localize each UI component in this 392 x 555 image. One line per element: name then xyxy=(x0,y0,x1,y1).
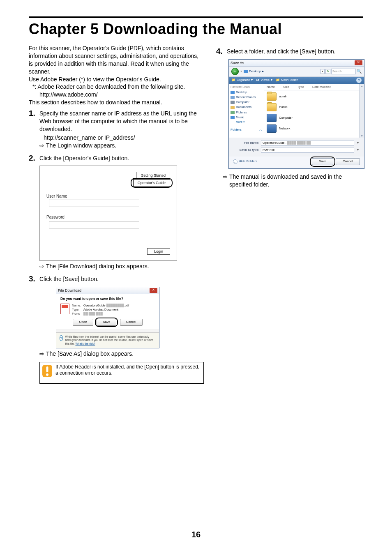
save-button[interactable]: Save xyxy=(312,158,333,165)
adobe-note: *: Adobe Reader can be downloaded from t… xyxy=(29,83,204,91)
sidebar-item-recent[interactable]: Recent Places xyxy=(231,95,262,100)
sidebar-item-documents[interactable]: Documents xyxy=(231,105,262,110)
security-warning-text: While files from the Internet can be use… xyxy=(65,335,156,345)
list-item[interactable]: admin xyxy=(267,91,362,102)
step-number: 3. xyxy=(29,274,37,283)
chevron-down-icon[interactable]: ▾ xyxy=(356,141,360,145)
list-item[interactable]: Computer xyxy=(267,113,362,123)
step-text: Specify the scanner name or IP address a… xyxy=(39,109,204,133)
file-download-dialog: File Download ✕ Do you want to open or s… xyxy=(56,287,159,348)
breadcrumb[interactable]: Desktop ▸ xyxy=(244,69,264,74)
username-input[interactable] xyxy=(49,200,139,207)
operators-guide-button[interactable]: Operator's Guide xyxy=(133,179,170,187)
network-icon xyxy=(267,124,277,133)
new-folder-button[interactable]: 📁 New Folder xyxy=(276,78,298,83)
chevron-up-icon: ︿ xyxy=(233,159,238,164)
step-4-result: ⇨ The manual is downloaded and saved in … xyxy=(216,173,364,189)
step-number: 2. xyxy=(29,154,37,163)
close-icon[interactable]: ✕ xyxy=(150,288,157,293)
adobe-url: http://www.adobe.com/ xyxy=(29,91,204,99)
result-text: The [Save As] dialog box appears. xyxy=(46,350,134,358)
desktop-icon xyxy=(244,70,248,73)
step-1: 1. Specify the scanner name or IP addres… xyxy=(29,109,204,149)
login-screenshot: Getting Started Operator's Guide User Na… xyxy=(39,166,177,260)
login-button[interactable]: Login xyxy=(147,248,170,255)
step-3-result: ⇨ The [Save As] dialog box appears. xyxy=(29,350,204,358)
step-text: Click the [Operator's Guide] button. xyxy=(39,154,129,162)
folder-icon xyxy=(267,92,277,101)
result-arrow-icon: ⇨ xyxy=(39,263,44,270)
result-arrow-icon: ⇨ xyxy=(223,173,228,189)
views-menu[interactable]: 🗂 Views ▾ xyxy=(256,78,272,83)
step-1-result: ⇨ The Login window appears. xyxy=(29,142,204,150)
page-number: 16 xyxy=(0,530,392,539)
intro-paragraph-1: For this scanner, the Operator's Guide (… xyxy=(29,44,204,76)
organize-menu[interactable]: 📁 Organize ▾ xyxy=(231,78,253,83)
step-text: Select a folder, and click the [Save] bu… xyxy=(227,47,336,55)
help-icon[interactable]: ? xyxy=(356,78,362,83)
dialog-title: File Download xyxy=(58,288,81,293)
open-button[interactable]: Open xyxy=(73,319,93,326)
chevron-right-icon: ▸ xyxy=(262,69,264,74)
sidebar-folders-toggle[interactable]: Folders︿ xyxy=(231,128,262,132)
top-rule xyxy=(29,16,363,18)
cancel-button[interactable]: Cancel xyxy=(336,158,360,165)
chevron-down-icon[interactable]: ▾ xyxy=(356,148,360,152)
shield-question-icon: ? xyxy=(60,335,63,341)
search-icon[interactable]: 🔍 xyxy=(357,69,362,74)
right-column: 4. Select a folder, and click the [Save]… xyxy=(216,44,364,388)
intro-paragraph-3: This section describes how to download t… xyxy=(29,99,204,106)
password-label: Password xyxy=(46,214,170,220)
sidebar-item-pictures[interactable]: Pictures xyxy=(231,110,262,115)
column-headers[interactable]: Name Size Type Date modified xyxy=(264,84,364,90)
left-column: For this scanner, the Operator's Guide (… xyxy=(29,44,204,388)
step-number: 1. xyxy=(29,109,37,118)
step-number: 4. xyxy=(216,47,224,56)
warning-icon xyxy=(40,362,55,383)
result-text: The Login window appears. xyxy=(46,142,116,150)
filename-label: File name: xyxy=(233,141,259,145)
close-icon[interactable]: ✕ xyxy=(355,60,362,65)
username-label: User Name xyxy=(46,193,170,199)
warning-box: If Adobe Reader is not installed, and th… xyxy=(39,362,204,384)
computer-icon xyxy=(267,114,277,122)
save-as-dialog: Save As ✕ ← ▾ Desktop ▸ ▾ ↻ xyxy=(228,59,364,169)
search-input[interactable] xyxy=(331,69,356,74)
step-2-result: ⇨ The [File Download] dialog box appears… xyxy=(29,263,204,270)
svg-rect-1 xyxy=(46,366,48,372)
dialog-title: Save As xyxy=(231,60,244,65)
result-text: The manual is downloaded and saved in th… xyxy=(229,173,364,189)
whats-the-risk-link[interactable]: What's the risk? xyxy=(75,342,95,345)
hide-folders-toggle[interactable]: ︿Hide Folders xyxy=(233,159,257,164)
sidebar-header: Favorite Links xyxy=(231,85,262,89)
step-3: 3. Click the [Save] button. File Downloa… xyxy=(29,274,204,384)
password-input[interactable] xyxy=(49,221,139,228)
step-4: 4. Select a folder, and click the [Save]… xyxy=(216,47,364,189)
dialog-question: Do you want to open or save this file? xyxy=(60,297,155,301)
list-item[interactable]: Network xyxy=(267,123,362,134)
savetype-label: Save as type: xyxy=(233,148,259,152)
step-2: 2. Click the [Operator's Guide] button. … xyxy=(29,154,204,270)
filename-input[interactable]: OperatorsGuide -████ ████ ██ xyxy=(261,140,354,146)
step-text: Click the [Save] button. xyxy=(39,274,99,283)
sidebar-item-computer[interactable]: Computer xyxy=(231,100,262,105)
save-button[interactable]: Save xyxy=(97,319,116,326)
chapter-title: Chapter 5 Downloading the Manual xyxy=(29,21,363,38)
file-meta: Name: OperatorsGuide-████████.pdf Type: … xyxy=(72,304,129,315)
sidebar-item-music[interactable]: Music xyxy=(231,115,262,120)
intro-paragraph-2: Use Adobe Reader (*) to view the Operato… xyxy=(29,76,204,83)
scrollbar[interactable] xyxy=(359,84,364,138)
back-icon[interactable]: ← xyxy=(231,68,239,75)
cancel-button[interactable]: Cancel xyxy=(120,319,143,326)
sidebar-more[interactable]: More » xyxy=(231,120,262,124)
sidebar-item-desktop[interactable]: Desktop xyxy=(231,90,262,95)
favorites-sidebar: Favorite Links Desktop Recent Places Com… xyxy=(229,84,264,138)
result-text: The [File Download] dialog box appears. xyxy=(46,263,149,270)
folder-icon xyxy=(267,103,277,111)
result-arrow-icon: ⇨ xyxy=(39,142,44,150)
list-item[interactable]: Public xyxy=(267,102,362,113)
step-1-url: http://scanner_name or IP_address/ xyxy=(29,134,204,142)
savetype-select[interactable]: PDF File xyxy=(261,147,354,153)
result-arrow-icon: ⇨ xyxy=(39,350,44,358)
warning-text: If Adobe Reader is not installed, and th… xyxy=(55,362,203,383)
